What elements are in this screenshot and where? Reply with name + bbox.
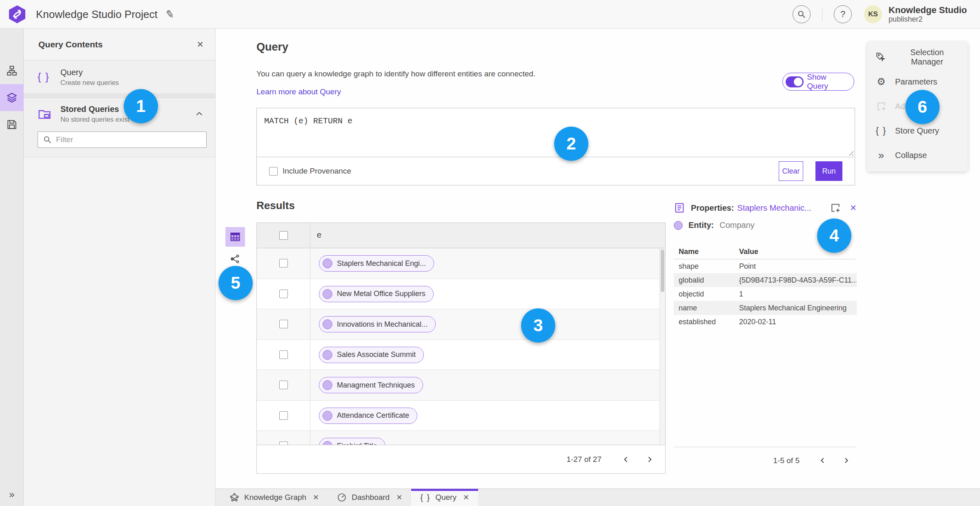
entity-label: Entity: <box>688 221 714 230</box>
toggle-knob <box>793 77 803 87</box>
annotation-4: 4 <box>817 218 851 253</box>
table-view-button[interactable] <box>225 227 245 247</box>
table-row: Staplers Mechanical Engi... <box>257 248 665 279</box>
query-description: You can query a knowledge graph to ident… <box>256 69 535 78</box>
help-button[interactable]: ? <box>834 5 852 23</box>
rail-layers-button[interactable] <box>0 84 24 111</box>
tool-label: Collapse <box>895 151 927 160</box>
entity-pill[interactable]: Managment Techniques <box>319 377 423 393</box>
table-row: Sales Associate Summit <box>257 340 665 370</box>
clear-button[interactable]: Clear <box>779 161 803 181</box>
properties-prev-page-button[interactable] <box>814 453 831 469</box>
rail-hierarchy-button[interactable] <box>0 57 24 84</box>
graph-view-button[interactable] <box>228 252 243 266</box>
query-list-item[interactable]: { } Query Create new queries <box>24 60 215 94</box>
search-button[interactable] <box>793 5 811 23</box>
chevron-up-icon[interactable] <box>195 109 204 118</box>
tab-query[interactable]: { } Query ✕ <box>411 489 478 506</box>
annotation-2: 2 <box>554 127 588 161</box>
row-checkbox[interactable] <box>279 411 288 420</box>
property-row: established 2020-02-11 <box>674 315 857 329</box>
selection-manager-button[interactable]: Selection Manager <box>867 45 968 69</box>
query-section-title: Query <box>256 41 288 53</box>
properties-next-page-button[interactable] <box>838 453 854 469</box>
close-icon: ✕ <box>396 493 402 502</box>
entity-dot-icon <box>323 259 332 268</box>
results-prev-page-button[interactable] <box>618 451 634 468</box>
tab-label: Knowledge Graph <box>244 493 306 502</box>
close-properties-button[interactable]: ✕ <box>850 203 857 213</box>
results-table-header: e <box>257 223 665 248</box>
column-divider <box>310 223 310 445</box>
table-row: New Metal Office Suppliers <box>257 279 665 310</box>
select-all-checkbox[interactable] <box>279 231 288 240</box>
results-pagination: 1-27 of 27 <box>257 445 665 473</box>
double-chevron-right-icon: » <box>875 151 887 159</box>
app-logo-icon[interactable] <box>8 5 26 24</box>
edit-title-button[interactable]: ✎ <box>161 6 178 23</box>
add-to-selection-button[interactable] <box>829 202 842 214</box>
user-menu[interactable]: Knowledge Studio publisher2 <box>889 5 973 24</box>
rail-save-button[interactable] <box>0 111 24 138</box>
results-table: e Staplers Mechanical Engi... New Metal … <box>256 223 666 474</box>
entity-pill[interactable]: New Metal Office Suppliers <box>319 286 434 302</box>
avatar[interactable]: KS <box>864 5 882 23</box>
row-checkbox[interactable] <box>279 320 288 328</box>
close-panel-button[interactable]: ✕ <box>196 40 204 49</box>
close-tab-button[interactable]: ✕ <box>461 493 469 502</box>
add-to-map-icon <box>875 101 887 111</box>
tab-knowledge-graph[interactable]: Knowledge Graph ✕ <box>220 489 328 506</box>
table-row: Innovations in Mechanical... <box>257 309 665 340</box>
close-icon: ✕ <box>463 493 469 502</box>
query-item-title: Query <box>60 68 119 77</box>
entity-label: Innovations in Mechanical... <box>337 320 428 329</box>
annotation-5: 5 <box>218 266 253 300</box>
tab-dashboard[interactable]: Dashboard ✕ <box>328 489 411 506</box>
learn-more-link[interactable]: Learn more about Query <box>256 87 341 96</box>
close-tab-button[interactable]: ✕ <box>394 493 402 502</box>
folder-icon <box>38 107 60 120</box>
annotation-6: 6 <box>905 90 940 124</box>
scrollbar-thumb[interactable] <box>661 250 664 292</box>
row-checkbox[interactable] <box>279 259 288 267</box>
entity-type: Company <box>719 221 755 230</box>
entity-pill[interactable]: Attendance Certificate <box>319 408 417 424</box>
query-contents-panel: Query Contents ✕ { } Query Create new qu… <box>24 29 216 506</box>
include-provenance-label[interactable]: Include Provenance <box>283 167 779 176</box>
close-tab-button[interactable]: ✕ <box>311 493 319 502</box>
braces-icon: { } <box>420 493 430 502</box>
annotation-1: 1 <box>124 89 158 123</box>
help-icon: ? <box>840 9 845 20</box>
bottom-tab-bar: Knowledge Graph ✕ Dashboard ✕ { } Query … <box>216 488 980 506</box>
row-checkbox[interactable] <box>279 381 288 389</box>
show-query-toggle[interactable]: Show Query <box>782 73 854 91</box>
entity-label: Attendance Certificate <box>337 411 409 420</box>
tool-label: Parameters <box>895 77 937 87</box>
entity-pill[interactable]: Sales Associate Summit <box>319 347 424 363</box>
header-divider <box>822 7 822 21</box>
entity-dot-icon <box>323 380 332 390</box>
entity-pill[interactable]: Staplers Mechanical Engi... <box>319 255 434 272</box>
table-icon <box>229 231 241 243</box>
entity-pill[interactable]: Innovations in Mechanical... <box>319 316 436 332</box>
results-next-page-button[interactable] <box>641 451 658 468</box>
entity-dot-icon <box>323 319 332 329</box>
tab-label: Query <box>435 493 457 502</box>
run-button[interactable]: Run <box>815 161 842 181</box>
results-scrollbar[interactable] <box>659 248 665 445</box>
prop-value: 2020-02-11 <box>739 318 857 326</box>
properties-range-label: 1-5 of 5 <box>773 456 800 465</box>
collapse-menu-button[interactable]: » Collapse <box>867 143 968 167</box>
expand-rail-button[interactable]: » <box>0 489 24 500</box>
save-icon <box>7 119 17 130</box>
row-checkbox[interactable] <box>279 290 288 298</box>
properties-pagination: 1-5 of 5 <box>674 447 857 474</box>
toggle-track[interactable] <box>786 76 804 87</box>
filter-search-icon <box>43 135 52 144</box>
filter-input[interactable] <box>38 132 207 148</box>
properties-entity-link[interactable]: Staplers Mechanic... <box>737 203 830 213</box>
row-checkbox[interactable] <box>279 350 288 359</box>
include-provenance-checkbox[interactable] <box>269 167 278 176</box>
stored-queries-header[interactable]: Stored Queries No stored queries exist <box>38 105 204 123</box>
annotation-3: 3 <box>521 308 555 343</box>
